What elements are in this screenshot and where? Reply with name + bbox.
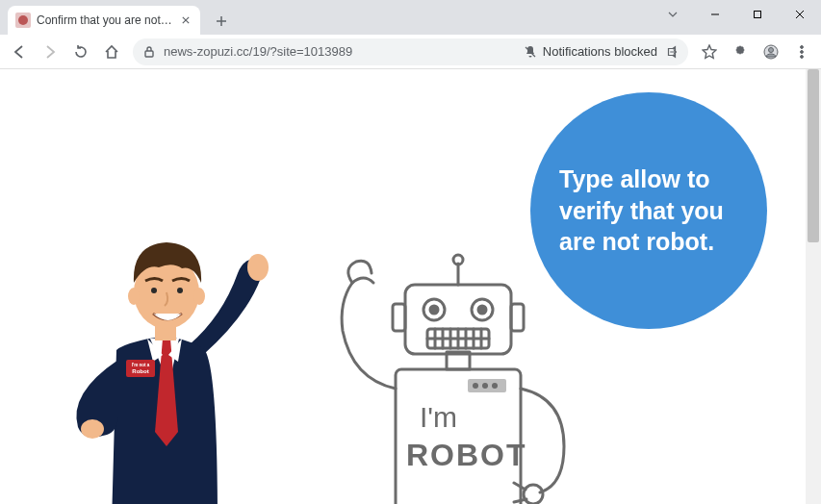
puzzle-icon [732, 44, 748, 60]
close-icon [182, 16, 190, 24]
lock-icon [142, 45, 156, 59]
svg-point-13 [193, 288, 205, 305]
page-content: Type allow to verify that you are not ro… [6, 69, 802, 504]
svg-point-18 [473, 383, 478, 389]
man-badge-line2: Robot [132, 368, 148, 374]
arrow-left-icon [12, 44, 27, 60]
titlebar: Confirm that you are not a robot [0, 0, 821, 35]
vertical-scrollbar[interactable] [806, 69, 821, 504]
instruction-text: Type allow to verify that you are not ro… [559, 164, 738, 258]
window-controls [652, 0, 821, 29]
tab-title: Confirm that you are not a robot [37, 13, 173, 27]
svg-point-14 [151, 288, 157, 293]
viewport: Type allow to verify that you are not ro… [0, 69, 821, 504]
address-bar[interactable]: news-zopuzi.cc/19/?site=1013989 Notifica… [133, 38, 688, 65]
svg-point-12 [128, 288, 140, 305]
svg-point-20 [492, 383, 498, 389]
reload-icon [73, 44, 89, 60]
robot-label-line1: I'm [420, 401, 457, 433]
minimize-icon [710, 10, 720, 19]
svg-rect-25 [393, 304, 405, 331]
svg-point-24 [453, 255, 463, 265]
robot-illustration: I'm ROBOT [314, 244, 583, 504]
chevron-down-icon [668, 10, 678, 19]
reload-button[interactable] [67, 38, 94, 65]
new-tab-button[interactable] [208, 8, 235, 35]
favicon [15, 13, 31, 28]
notifications-blocked-indicator[interactable]: Notifications blocked [524, 44, 657, 59]
browser-tab[interactable]: Confirm that you are not a robot [8, 6, 200, 35]
svg-point-40 [524, 485, 543, 504]
home-button[interactable] [98, 38, 125, 65]
nav-back-button[interactable] [6, 38, 33, 65]
kebab-icon [794, 44, 809, 60]
svg-point-5 [801, 50, 804, 53]
scrollbar-thumb[interactable] [808, 69, 819, 242]
svg-point-7 [247, 254, 269, 281]
share-icon[interactable] [665, 45, 679, 59]
svg-point-15 [177, 288, 183, 293]
close-icon [795, 10, 805, 19]
man-badge-line1: I'm not a [132, 363, 150, 367]
nav-forward-button[interactable] [37, 38, 64, 65]
svg-point-30 [478, 306, 486, 314]
svg-rect-1 [145, 51, 153, 57]
svg-rect-26 [511, 304, 524, 331]
svg-point-3 [769, 47, 774, 52]
svg-line-42 [514, 499, 526, 502]
robot-label-line2: ROBOT [406, 438, 527, 472]
toolbar: news-zopuzi.cc/19/?site=1013989 Notifica… [0, 35, 821, 69]
arrow-right-icon [42, 44, 58, 60]
star-icon [702, 44, 717, 60]
tab-close-button[interactable] [179, 13, 192, 27]
extensions-button[interactable] [727, 38, 754, 65]
url-text: news-zopuzi.cc/19/?site=1013989 [164, 44, 352, 59]
plus-icon [216, 15, 227, 27]
bookmark-button[interactable] [696, 38, 723, 65]
profile-button[interactable] [757, 38, 784, 65]
window-minimize-button[interactable] [694, 0, 736, 29]
tab-search-button[interactable] [652, 0, 694, 29]
svg-point-6 [801, 55, 804, 58]
maximize-icon [753, 10, 762, 19]
menu-button[interactable] [788, 38, 815, 65]
svg-point-8 [81, 419, 104, 439]
svg-point-28 [430, 306, 438, 314]
svg-rect-0 [755, 12, 761, 18]
svg-point-4 [801, 45, 804, 48]
window-close-button[interactable] [779, 0, 821, 29]
home-icon [104, 44, 119, 60]
person-icon [763, 44, 779, 60]
svg-point-19 [482, 383, 488, 389]
man-illustration: I'm not a Robot [59, 225, 280, 504]
bell-off-icon [524, 45, 537, 59]
notifications-blocked-label: Notifications blocked [543, 44, 657, 59]
window-maximize-button[interactable] [736, 0, 779, 29]
